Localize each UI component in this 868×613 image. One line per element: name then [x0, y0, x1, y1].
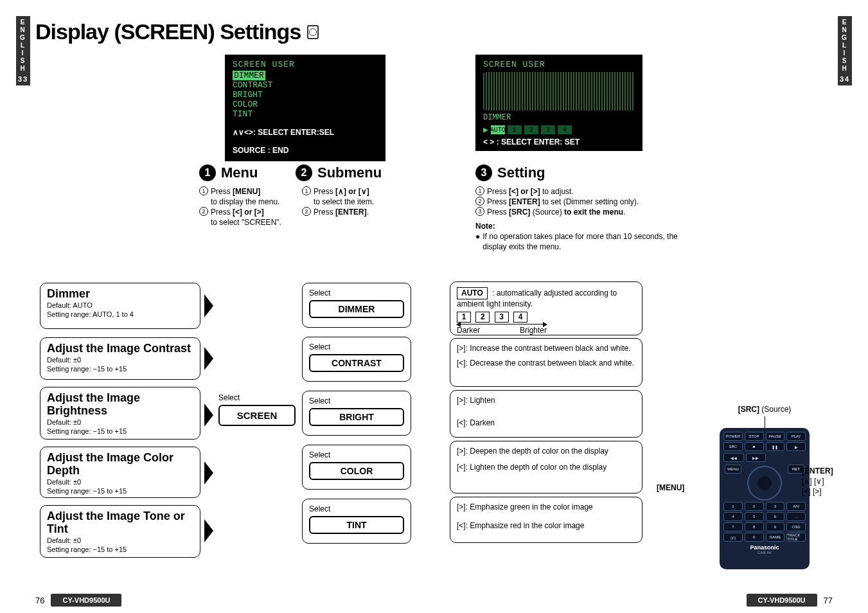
src-suffix: (Source)	[759, 405, 791, 414]
page-title-row: Display (SCREEN) Settings	[35, 19, 319, 44]
remote-play-button[interactable]: PLAY	[786, 432, 806, 441]
osd-item-color: COLOR	[233, 100, 378, 109]
osd-item-dimmer: DIMMER	[233, 71, 265, 80]
remote-key-osd[interactable]: OSD	[786, 522, 806, 531]
page-title: Display (SCREEN) Settings	[35, 19, 301, 44]
remote-track-next[interactable]: ▶▶	[746, 453, 766, 462]
remote-subbrand: CAR AV	[723, 551, 806, 555]
osd-footer-2: SOURCE : END	[233, 146, 378, 155]
opt-contrast-title: Adjust the Image Contrast	[47, 342, 193, 355]
src-label: [SRC]	[738, 405, 759, 414]
footer-right: CY-VHD9500U 77	[747, 594, 833, 607]
remote-dpad[interactable]	[747, 466, 782, 501]
tint-green: [>]: Emphasize green in the color image	[457, 502, 635, 512]
remote-control-diagram: [SRC] (Source) POWER STOP PAUSE PLAY SRC…	[681, 405, 848, 569]
side-tab-right: ENGLISH 34	[838, 16, 852, 85]
arrow-icon	[204, 461, 213, 484]
footer-page-76: 76	[35, 596, 44, 605]
osd-right-footer: < > : SELECT ENTER: SET	[483, 138, 635, 147]
submenu-dimmer: Select DIMMER	[302, 283, 411, 328]
remote-key-5[interactable]: 5	[745, 512, 764, 521]
footer-left: 76 CY-VHD9500U	[35, 594, 121, 607]
remote-key-4[interactable]: 4	[723, 512, 743, 521]
osd-header: SCREEN USER	[233, 60, 378, 69]
osd-footer-1: ∧∨<>: SELECT ENTER:SEL	[233, 128, 378, 137]
side-tab-left: ENGLISH 33	[16, 16, 30, 85]
remote-key-2[interactable]: 2	[745, 502, 764, 511]
number-3-icon: 3	[475, 164, 492, 181]
remote-key-aspect[interactable]: ▯/▯	[723, 533, 743, 542]
color-lighten: [<]: Lighten the depth of color on the d…	[457, 463, 635, 472]
remote-play-icon[interactable]: ▶	[786, 442, 806, 451]
remote-key-av[interactable]: A/V	[786, 502, 806, 511]
option-card-color: Adjust the Image Color Depth Default: ±0…	[40, 447, 200, 498]
label-menu: [MENU]	[657, 483, 684, 492]
osd-auto: AUTO	[491, 125, 505, 134]
osd-item-contrast: CONTRAST	[233, 80, 378, 90]
remote-enter-button[interactable]	[757, 476, 772, 490]
osd-item-tint: TINT	[233, 109, 378, 119]
heading-submenu: 2 Submenu	[296, 164, 382, 181]
instructions-submenu: 1Press [∧] or [∨] to select the item. 2P…	[302, 186, 398, 217]
page-right-num: 34	[838, 75, 852, 83]
remote-pause-icon[interactable]: ❚❚	[766, 442, 785, 451]
osd-dimmer-setting: SCREEN USER DIMMER ▶ AUTO 1 2 3 4 < > : …	[475, 55, 642, 151]
osd-n2: 2	[524, 125, 538, 134]
note-label: Note:	[475, 222, 495, 231]
remote-key-0[interactable]: 0	[745, 533, 764, 542]
osd-dimmer-label: DIMMER	[483, 113, 511, 122]
opt-dimmer-title: Dimmer	[47, 287, 193, 300]
remote-key-7[interactable]: 7	[723, 522, 743, 531]
remote-brand: Panasonic	[723, 544, 806, 551]
setting-tint: [>]: Emphasize green in the color image …	[450, 497, 642, 543]
instructions-setting: 1Press [<] or [>] to adjust. 2Press [ENT…	[475, 186, 681, 252]
remote-power-button[interactable]: POWER	[723, 432, 743, 441]
tint-red: [<]: Emphasize red in the color image	[457, 521, 635, 531]
heading-setting-text: Setting	[497, 164, 545, 181]
opt-tint-title: Adjust the Image Tone or Tint	[47, 510, 193, 535]
remote-key-8[interactable]: 8	[745, 522, 764, 531]
remote-track-prev[interactable]: ◀◀	[723, 453, 744, 462]
option-card-tint: Adjust the Image Tone or Tint Default: ±…	[40, 505, 200, 558]
bright-darken: [<]: Darken	[457, 418, 635, 428]
osd-right-header: SCREEN USER	[483, 60, 635, 69]
arrow-icon	[204, 404, 213, 427]
remote-pause-button[interactable]: PAUSE	[766, 432, 785, 441]
contrast-decrease: [<]: Decrease the contrast between black…	[457, 359, 635, 368]
auto-box: AUTO	[457, 287, 488, 299]
setting-dimmer: AUTO : automatically adjusted according …	[450, 281, 642, 335]
label-updown: [∧] [∨]	[802, 477, 824, 486]
remote-menu-button[interactable]: MENU	[725, 465, 741, 474]
submenu-color: Select COLOR	[302, 445, 411, 490]
remote-stop-button[interactable]: STOP	[745, 432, 764, 441]
remote-src-button[interactable]: SRC	[723, 442, 743, 451]
heading-menu: 1 Menu	[199, 164, 258, 181]
opt-bright-title: Adjust the Image Brightness	[47, 391, 193, 417]
page-left-num: 33	[16, 75, 30, 83]
dvd-icon	[307, 25, 319, 39]
label-enter: [ENTER]	[802, 466, 833, 475]
remote-key-opt[interactable]: …	[786, 512, 806, 521]
setting-bright: [>]: Lighten [<]: Darken	[450, 390, 642, 438]
osd-n4: 4	[558, 125, 572, 134]
remote-key-6[interactable]: 6	[766, 512, 785, 521]
remote-key-1[interactable]: 1	[723, 502, 743, 511]
remote-key-3[interactable]: 3	[766, 502, 785, 511]
osd-screen-menu: SCREEN USER DIMMER CONTRAST BRIGHT COLOR…	[225, 55, 385, 161]
screen-value: SCREEN	[218, 405, 296, 426]
darker-label: Darker	[457, 326, 480, 335]
heading-menu-text: Menu	[221, 164, 258, 181]
footer-model-left: CY-VHD9500U	[51, 594, 121, 607]
osd-graphic	[483, 72, 635, 111]
submenu-tint: Select TINT	[302, 499, 411, 544]
remote-stop-icon[interactable]: ■	[745, 442, 764, 451]
heading-setting: 3 Setting	[475, 164, 545, 181]
footer-page-77: 77	[824, 596, 833, 605]
remote-key-9[interactable]: 9	[766, 522, 785, 531]
remote-key-game[interactable]: GAME	[766, 533, 785, 542]
arrow-icon	[204, 347, 213, 370]
osd-n3: 3	[541, 125, 555, 134]
footer-model-right: CY-VHD9500U	[747, 594, 817, 607]
remote-key-track[interactable]: TRACK TITLE	[786, 533, 806, 542]
instructions-menu: 1Press [MENU] to display the menu. 2Pres…	[199, 186, 296, 227]
